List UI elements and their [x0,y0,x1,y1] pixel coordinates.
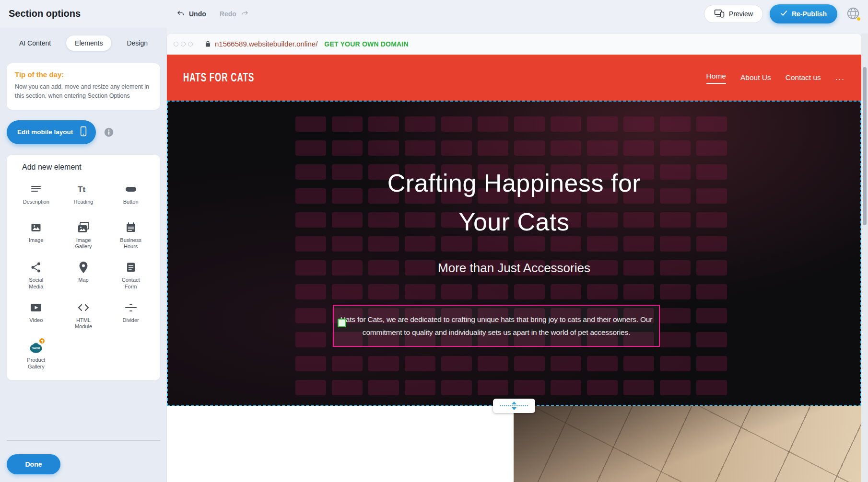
next-section-blank [167,406,514,482]
builder-topbar: Section options Undo Redo Preview [0,0,868,28]
social-media-icon [29,261,43,274]
grid-tile [551,140,581,156]
site-preview: HATS FOR CATS Home About Us Contact us .… [167,55,861,482]
republish-button[interactable]: Re-Publish [770,4,837,23]
tip-title: Tip of the day: [15,70,152,79]
site-url[interactable]: n1566589.websitebuilder.online/ [215,40,317,48]
resize-up-icon [512,402,516,404]
svg-text:Tt: Tt [78,185,85,194]
window-dot-icon [188,42,193,46]
grid-tile [514,284,545,299]
grid-tile [514,140,545,156]
grid-tile [295,380,326,395]
browser-mockup: n1566589.websitebuilder.online/ GET YOUR… [167,34,861,482]
browser-chrome: n1566589.websitebuilder.online/ GET YOUR… [167,34,861,55]
section-options-sidebar: AI Content Elements Design Tip of the da… [0,28,167,482]
element-drag-handle[interactable] [338,319,346,327]
element-image[interactable]: Image [12,216,60,256]
element-label: Business Hours [116,237,146,251]
get-domain-link[interactable]: GET YOUR OWN DOMAIN [324,40,408,48]
site-logo[interactable]: HATS FOR CATS [183,70,254,85]
sidebar-footer: Done [0,440,167,482]
element-product-gallery[interactable]: SHOP Product Gallery [12,335,60,376]
element-image-gallery[interactable]: Image Gallery [60,216,107,256]
language-globe-button[interactable] [844,5,862,23]
grid-tile [660,332,691,347]
element-divider[interactable]: Divider [107,296,154,336]
grid-tile [660,380,691,395]
site-nav: Home About Us Contact us ... [706,72,845,84]
tab-design[interactable]: Design [118,35,156,51]
preview-button[interactable]: Preview [704,5,763,23]
grid-tile [587,140,618,156]
grid-tile [405,140,435,156]
info-button[interactable] [104,127,114,138]
undo-button[interactable]: Undo [176,10,206,19]
element-heading[interactable]: Tt Heading [60,177,107,216]
button-icon [124,183,138,196]
video-icon [29,301,43,314]
grid-tile [660,140,691,156]
grid-tile [295,332,326,347]
grid-tile [295,356,326,371]
edit-mobile-layout-button[interactable]: Edit mobile layout [7,120,96,144]
element-contact-form[interactable]: Contact Form [107,255,154,296]
resize-down-icon [512,407,516,410]
heading-icon: Tt [76,183,91,196]
html-module-icon [76,301,91,314]
product-gallery-icon: SHOP [29,341,43,354]
preview-label: Preview [729,10,753,18]
preview-devices-icon [714,9,725,19]
element-button[interactable]: Button [107,177,154,216]
grid-tile [623,380,654,395]
map-icon [76,261,91,274]
grid-tile [514,356,545,371]
grid-tile [696,308,727,323]
nav-more-icon[interactable]: ... [835,73,845,82]
grid-tile [514,380,545,395]
grid-tile [660,284,691,299]
selected-description-element[interactable]: Hats for Cats, we are dedicated to craft… [333,305,660,347]
nav-item-about[interactable]: About Us [740,73,771,82]
element-label: Image [29,237,44,244]
element-html-module[interactable]: HTML Module [60,296,107,336]
window-dot-icon [174,42,178,46]
next-section [167,406,861,482]
element-label: HTML Module [69,317,98,331]
tab-elements[interactable]: Elements [66,35,111,51]
page-title: Section options [9,8,81,19]
hero-subtitle[interactable]: More than Just Accessories [167,261,861,275]
redo-button[interactable]: Redo [220,10,249,19]
add-new-element-panel: Add new element Description Tt Heading [7,155,160,380]
grid-tile [478,284,508,299]
grid-tile [295,140,326,156]
grid-tile [660,116,691,132]
grid-tile [368,284,399,299]
grid-tile [405,356,435,371]
tab-ai-content[interactable]: AI Content [11,35,59,51]
nav-item-contact[interactable]: Contact us [786,73,821,82]
done-button[interactable]: Done [7,454,60,474]
hero-title[interactable]: Crafting Happiness for Your Cats [167,164,861,241]
element-video[interactable]: Video [12,296,60,336]
business-hours-icon [124,221,138,234]
grid-tile [551,356,581,371]
sidebar-divider [7,440,160,441]
grid-tile [623,140,654,156]
element-business-hours[interactable]: Business Hours [107,216,154,256]
element-description[interactable]: Description [12,177,60,216]
element-social-media[interactable]: Social Media [12,255,60,296]
grid-tile [696,380,727,395]
grid-tile [623,284,654,299]
contact-form-icon [124,261,138,274]
element-label: Contact Form [116,277,146,290]
element-map[interactable]: Map [60,255,107,296]
preview-area: n1566589.websitebuilder.online/ GET YOUR… [167,28,868,482]
preview-scrollbar [861,34,868,482]
section-resize-handle[interactable] [493,399,535,413]
element-label: Video [29,317,43,324]
scrollbar-thumb[interactable] [863,67,867,225]
nav-item-home[interactable]: Home [706,72,726,84]
hero-section[interactable]: Crafting Happiness for Your Cats More th… [167,101,861,406]
grid-tile [295,284,326,299]
